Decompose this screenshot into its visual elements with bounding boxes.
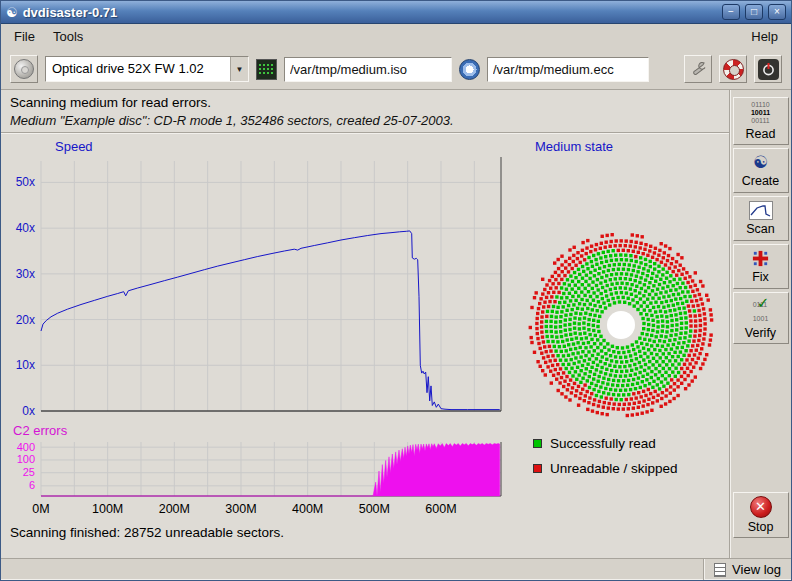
lifesaver-icon — [723, 59, 744, 80]
stop-button[interactable]: ✕ Stop — [733, 492, 789, 538]
status-area: Scanning medium for read errors. Medium … — [1, 90, 729, 133]
main-panel: Scanning medium for read errors. Medium … — [1, 90, 729, 558]
svg-text:100: 100 — [17, 453, 35, 465]
c2-errors-chart: 4001002560M100M200M300M400M500M600M — [3, 439, 507, 519]
create-button-label: Create — [742, 174, 780, 188]
svg-text:50x: 50x — [16, 175, 35, 189]
svg-text:600M: 600M — [425, 502, 456, 516]
c2-chart-title: C2 errors — [13, 423, 67, 438]
status-line-2: Medium "Example disc": CD-R mode 1, 3524… — [10, 113, 720, 128]
create-yinyang-icon: ☯ — [753, 154, 768, 172]
view-log-label: View log — [732, 562, 781, 577]
app-yinyang-icon: ☯ — [6, 6, 18, 19]
chevron-down-icon[interactable]: ▼ — [230, 57, 248, 81]
stop-x-icon: ✕ — [750, 496, 772, 518]
chart-region: Speed Medium state 0x10x20x30x40x50x C2 … — [1, 133, 729, 558]
svg-text:400: 400 — [17, 441, 35, 453]
ecc-path-input[interactable] — [487, 57, 649, 82]
drive-select[interactable]: Optical drive 52X FW 1.02 ▼ — [45, 56, 249, 82]
svg-text:30x: 30x — [16, 267, 35, 281]
minimize-button[interactable]: − — [722, 4, 740, 20]
scan-button-label: Scan — [746, 222, 775, 236]
main-row: Scanning medium for read errors. Medium … — [1, 90, 791, 558]
legend-success: Successfully read — [533, 436, 656, 451]
legend-success-label: Successfully read — [550, 436, 656, 451]
svg-text:20x: 20x — [16, 313, 35, 327]
svg-text:100M: 100M — [92, 502, 123, 516]
power-icon — [758, 59, 779, 80]
fix-button-label: Fix — [752, 270, 769, 284]
drive-select-value: Optical drive 52X FW 1.02 — [46, 57, 230, 81]
menubar: File Tools Help — [1, 24, 791, 49]
stop-button-label: Stop — [748, 520, 774, 534]
legend-green-square — [533, 439, 542, 448]
verify-button[interactable]: 0111 1001 ✓ Verify — [733, 292, 789, 344]
speed-chart: 0x10x20x30x40x50x — [3, 155, 507, 421]
read-binary-icon: 01110 10011 00111 — [751, 101, 770, 125]
medium-state-title: Medium state — [535, 139, 613, 154]
menu-help[interactable]: Help — [742, 26, 787, 47]
svg-text:25: 25 — [23, 466, 35, 478]
scan-button[interactable]: Scan — [733, 196, 789, 241]
statusbar: View log — [1, 558, 791, 580]
close-button[interactable]: × — [768, 4, 786, 20]
window-title: dvdisaster-0.71 — [23, 5, 118, 20]
svg-text:6: 6 — [29, 479, 35, 491]
drive-icon — [14, 59, 34, 79]
disc-visualization — [525, 229, 717, 421]
image-file-icon — [256, 59, 277, 80]
wrench-icon — [688, 59, 708, 79]
read-button-label: Read — [746, 127, 776, 141]
create-button[interactable]: ☯ Create — [733, 148, 789, 193]
verify-check-icon: 0111 1001 ✓ — [753, 296, 769, 324]
menu-tools[interactable]: Tools — [44, 26, 92, 47]
titlebar: ☯ dvdisaster-0.71 − □ × — [1, 1, 791, 24]
legend-red-square — [533, 464, 542, 473]
status-line-1: Scanning medium for read errors. — [10, 95, 720, 110]
quit-button[interactable] — [754, 55, 782, 83]
fix-button[interactable]: Fix — [733, 244, 789, 289]
svg-text:300M: 300M — [225, 502, 256, 516]
help-button[interactable] — [719, 55, 747, 83]
legend-unreadable-label: Unreadable / skipped — [550, 461, 678, 476]
ecc-file-icon — [459, 59, 480, 80]
svg-text:10x: 10x — [16, 358, 35, 372]
svg-text:40x: 40x — [16, 221, 35, 235]
preferences-button[interactable] — [684, 55, 712, 83]
legend-unreadable: Unreadable / skipped — [533, 461, 678, 476]
svg-text:0x: 0x — [22, 404, 35, 418]
view-log-button[interactable]: View log — [703, 559, 791, 580]
scan-result-text: Scanning finished: 28752 unreadable sect… — [10, 525, 284, 540]
log-icon — [714, 563, 726, 577]
speed-chart-title: Speed — [55, 139, 93, 154]
svg-text:0M: 0M — [32, 502, 49, 516]
toolbar: Optical drive 52X FW 1.02 ▼ — [1, 49, 791, 90]
svg-text:500M: 500M — [359, 502, 390, 516]
action-sidebar: 01110 10011 00111 Read ☯ Create Scan — [729, 90, 791, 558]
drive-button[interactable] — [10, 55, 38, 83]
svg-text:400M: 400M — [292, 502, 323, 516]
read-button[interactable]: 01110 10011 00111 Read — [733, 97, 789, 145]
fix-tools-icon — [751, 249, 770, 268]
menu-file[interactable]: File — [5, 26, 44, 47]
iso-path-input[interactable] — [284, 57, 452, 82]
svg-text:200M: 200M — [159, 502, 190, 516]
scan-curve-icon — [749, 201, 773, 220]
verify-button-label: Verify — [745, 326, 776, 340]
maximize-button[interactable]: □ — [745, 4, 763, 20]
app-window: ☯ dvdisaster-0.71 − □ × File Tools Help … — [0, 0, 792, 581]
